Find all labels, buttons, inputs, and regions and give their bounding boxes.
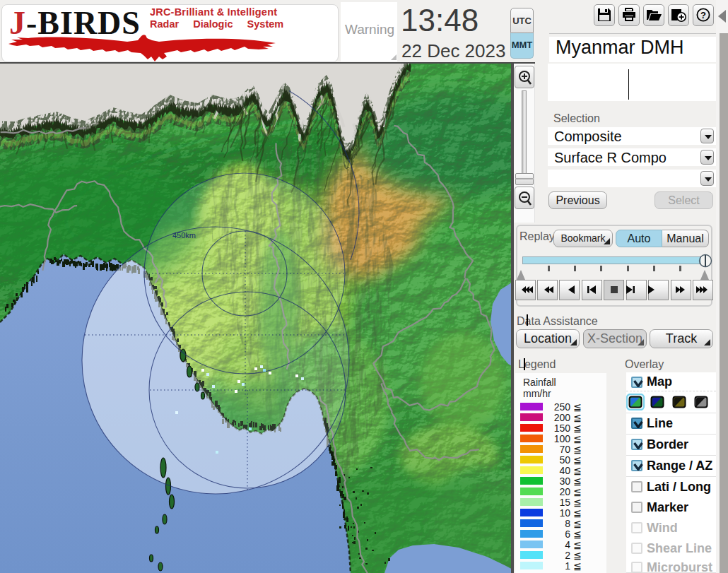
svg-text:450km: 450km <box>172 231 196 240</box>
svg-text:?: ? <box>700 10 706 20</box>
